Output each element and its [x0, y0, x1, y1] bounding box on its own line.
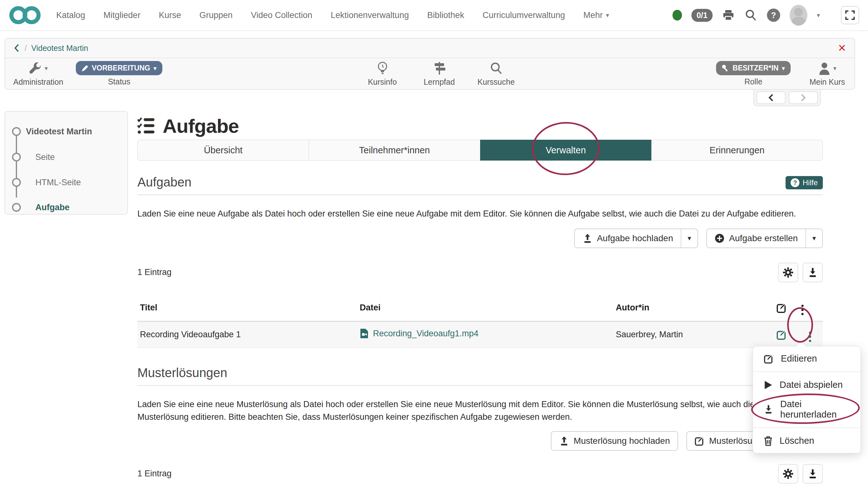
entry-count: 1 Eintrag — [137, 268, 172, 277]
edit-icon — [764, 354, 774, 364]
toolbar-status[interactable]: VORBEREITUNG ▾ Status — [76, 61, 162, 86]
previous-node-button[interactable] — [757, 91, 785, 104]
course-toolbar: ▾ Administration VORBEREITUNG ▾ Status — [5, 58, 854, 89]
segment-tabs: Übersicht Teilnehmer*innen Verwalten Eri… — [137, 140, 823, 160]
breadcrumb-separator: / — [25, 44, 27, 53]
musterloesungen-description: Laden Sie eine eine neue Musterlösung al… — [137, 398, 823, 424]
next-node-button[interactable] — [789, 91, 818, 104]
notification-counter-badge[interactable]: 0/1 — [691, 9, 713, 22]
tab-erinnerungen[interactable]: Erinnerungen — [651, 140, 823, 160]
toolbar-mein-kurs[interactable]: ▾ Mein Kurs — [808, 61, 846, 87]
musterloesungen-heading: Musterlösungen — [137, 366, 227, 380]
nav-item-mehr[interactable]: Mehr▾ — [583, 11, 609, 20]
openolat-logo-icon[interactable] — [9, 5, 42, 25]
toolbar-kurssuche[interactable]: Kurssuche — [477, 61, 515, 87]
user-menu-chevron-icon[interactable]: ▾ — [817, 11, 820, 19]
tab-uebersicht[interactable]: Übersicht — [137, 140, 309, 160]
chevron-down-icon: ▾ — [606, 11, 609, 19]
row-edit-button[interactable] — [766, 321, 798, 348]
tab-teilnehmerinnen[interactable]: Teilnehmer*innen — [308, 140, 480, 160]
lightbulb-icon — [376, 61, 389, 75]
top-navigation-bar: Katalog Mitglieder Kurse Gruppen Video C… — [0, 0, 868, 31]
hilfe-button[interactable]: ? Hilfe — [785, 176, 823, 189]
musterloesungen-section-header: Musterlösungen — [137, 366, 823, 386]
aufgabe-erstellen-button[interactable]: Aufgabe erstellen ▾ — [706, 228, 823, 248]
play-icon — [764, 380, 773, 390]
status-badge[interactable]: VORBEREITUNG ▾ — [76, 61, 162, 75]
menu-item-editieren[interactable]: Editieren — [753, 349, 861, 368]
table-settings-button[interactable] — [778, 464, 798, 484]
nav-item-lektionenverwaltung[interactable]: Lektionenverwaltung — [331, 11, 409, 20]
sidebar-item-aufgabe[interactable]: Aufgabe — [5, 202, 70, 213]
edit-icon — [695, 436, 705, 446]
menu-item-loeschen[interactable]: Löschen — [753, 431, 861, 450]
plus-circle-icon — [714, 233, 725, 243]
toolbar-lernpfad[interactable]: Lernpfad — [421, 61, 458, 87]
upload-dropdown-caret[interactable]: ▾ — [681, 229, 697, 248]
aufgaben-heading: Aufgaben — [137, 175, 191, 189]
column-titel[interactable]: Titel — [137, 295, 357, 322]
video-file-icon — [360, 328, 369, 339]
tree-node-icon — [12, 203, 21, 212]
menu-item-datei-abspielen[interactable]: Datei abspielen — [753, 375, 861, 394]
tree-node-icon — [12, 178, 21, 187]
table-download-button[interactable] — [803, 263, 823, 282]
menu-item-datei-herunterladen[interactable]: Datei herunterladen — [753, 394, 861, 424]
aufgabe-hochladen-button[interactable]: Aufgabe hochladen ▾ — [574, 228, 698, 248]
sidebar-item-videotest-martin[interactable]: Videotest Martin — [5, 126, 92, 137]
upload-icon — [582, 233, 592, 243]
create-dropdown-caret[interactable]: ▾ — [805, 229, 822, 248]
course-node-pager — [753, 90, 821, 106]
nav-item-gruppen[interactable]: Gruppen — [199, 11, 232, 20]
key-icon — [722, 65, 729, 72]
fullscreen-button[interactable] — [841, 6, 859, 24]
nav-item-video-collection[interactable]: Video Collection — [251, 11, 313, 20]
table-download-button[interactable] — [803, 464, 823, 484]
openolat-course-page: Katalog Mitglieder Kurse Gruppen Video C… — [0, 0, 868, 495]
tab-verwalten[interactable]: Verwalten — [480, 140, 652, 160]
search-icon[interactable] — [744, 8, 758, 22]
close-course-icon[interactable]: ✕ — [838, 43, 846, 53]
aufgaben-section-header: Aufgaben ? Hilfe — [137, 175, 823, 195]
sidebar-item-seite[interactable]: Seite — [5, 152, 55, 163]
aufgaben-table: Titel Datei Autor*in Reco — [137, 295, 823, 348]
row-context-menu: Editieren Datei abspielen Datei herunter… — [753, 346, 861, 453]
file-link[interactable]: Recording_Videoaufg1.mp4 — [360, 328, 479, 339]
column-autor[interactable]: Autor*in — [613, 295, 766, 322]
page-title: Aufgabe — [137, 112, 823, 140]
online-status-icon — [672, 10, 682, 20]
pencil-icon — [82, 65, 88, 72]
breadcrumb-back-icon[interactable] — [13, 43, 20, 53]
nav-item-mitglieder[interactable]: Mitglieder — [104, 11, 141, 20]
musterloesungen-actions: Musterlösung hochladen Musterlösun — [137, 431, 823, 451]
toolbar-administration[interactable]: ▾ Administration — [13, 61, 63, 87]
main-content: Aufgabe Übersicht Teilnehmer*innen Verwa… — [137, 110, 823, 495]
menu-divider — [753, 427, 861, 428]
table-settings-button[interactable] — [778, 263, 798, 282]
help-icon[interactable]: ? — [767, 8, 780, 22]
role-badge[interactable]: BESITZER*IN ▾ — [716, 61, 791, 75]
print-icon[interactable] — [722, 9, 735, 21]
wrench-icon — [29, 62, 42, 75]
course-toolbar-card: / Videotest Martin ✕ ▾ Administration — [4, 38, 855, 90]
toolbar-kursinfo[interactable]: Kursinfo — [364, 61, 402, 87]
column-datei[interactable]: Datei — [357, 295, 614, 322]
aufgaben-table-controls: 1 Eintrag — [137, 263, 823, 282]
column-edit-icon — [766, 295, 798, 322]
nav-item-kurse[interactable]: Kurse — [159, 11, 181, 20]
nav-item-katalog[interactable]: Katalog — [56, 11, 85, 20]
user-avatar[interactable] — [790, 5, 807, 25]
sidebar-item-html-seite[interactable]: HTML-Seite — [5, 177, 81, 188]
toolbar-rolle[interactable]: BESITZER*IN ▾ Rolle — [716, 61, 791, 86]
nav-item-curriculumverwaltung[interactable]: Curriculumverwaltung — [483, 11, 565, 20]
course-tree-sidebar: Videotest Martin Seite HTML-Seite Aufgab… — [4, 111, 128, 215]
topnav-right-cluster: 0/1 ? ▾ — [672, 5, 859, 25]
trash-icon — [764, 436, 773, 446]
breadcrumb-course-link[interactable]: Videotest Martin — [31, 44, 88, 53]
chevron-down-icon: ▾ — [833, 65, 836, 72]
nav-item-bibliothek[interactable]: Bibliothek — [427, 11, 464, 20]
cell-datei: Recording_Videoaufg1.mp4 — [357, 321, 614, 348]
chevron-down-icon: ▾ — [45, 65, 48, 72]
musterloesung-hochladen-button[interactable]: Musterlösung hochladen — [551, 431, 678, 451]
download-icon — [764, 405, 773, 414]
